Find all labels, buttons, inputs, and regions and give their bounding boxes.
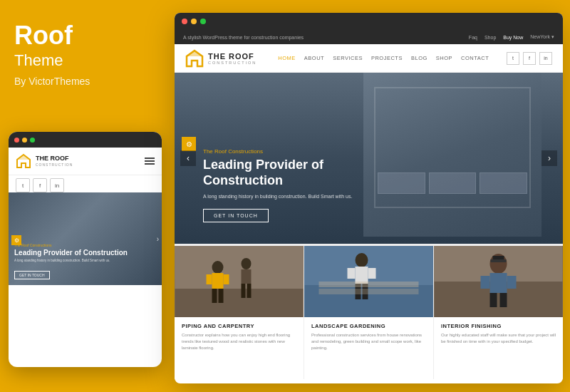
building-box (363, 73, 542, 237)
svg-rect-15 (247, 284, 252, 298)
svg-rect-30 (481, 276, 490, 289)
svg-rect-9 (219, 289, 224, 303)
nav-link-services[interactable]: SERVICES (333, 55, 363, 61)
mobile-top-bar (9, 132, 162, 148)
mobile-facebook-button[interactable]: f (33, 178, 47, 192)
nav-link-home[interactable]: HOME (278, 55, 296, 61)
desktop-dot-green (200, 19, 206, 24)
worker-silhouette-1 (175, 246, 304, 317)
top-link-buynow[interactable]: Buy Now (503, 35, 523, 40)
nav-link-contact[interactable]: CONTACT (461, 55, 489, 61)
hero-prev-arrow[interactable]: ‹ (180, 150, 196, 166)
building-window-2 (429, 172, 477, 194)
desktop-hero: ⚙ The Roof Constructions Leading Provide… (175, 73, 563, 244)
card-landscape-image (304, 246, 433, 317)
svg-point-18 (356, 253, 368, 267)
mobile-logo-sub: CONSTRUCTION (36, 163, 73, 167)
desktop-twitter-button[interactable]: t (507, 52, 519, 65)
svg-point-12 (242, 258, 252, 269)
card-piping-content: PIPING AND CARPENTRY Constructor explain… (175, 317, 304, 357)
desktop-gear-button[interactable]: ⚙ (182, 137, 196, 151)
hero-next-arrow[interactable]: › (542, 150, 557, 166)
svg-rect-24 (319, 282, 419, 287)
svg-marker-1 (17, 155, 30, 160)
desktop-logo-sub: CONSTRUCTION (208, 61, 256, 65)
desktop-mockup: A stylish WordPress theme for constructi… (175, 13, 563, 383)
mobile-twitter-button[interactable]: t (16, 178, 30, 192)
svg-rect-11 (224, 274, 229, 284)
desktop-cards-section: PIPING AND CARPENTRY Constructor explain… (175, 244, 563, 379)
nav-link-blog[interactable]: BLOG (411, 55, 428, 61)
svg-rect-22 (348, 268, 356, 279)
card-interior-image (434, 246, 563, 317)
hamburger-line-1 (145, 158, 155, 159)
building-window-1 (378, 172, 425, 194)
mobile-cta-button[interactable]: GET IN TOUCH (14, 271, 50, 279)
worker-silhouette-3 (434, 246, 563, 317)
mobile-mockup: THE ROOF CONSTRUCTION t f in ‹ ⚙ The Roo… (9, 132, 162, 367)
svg-rect-29 (490, 273, 507, 293)
desktop-logo: THE ROOF CONSTRUCTION (185, 49, 256, 68)
mobile-hero-desc: A long standing history in building cons… (14, 259, 128, 263)
nav-link-projects[interactable]: PROJECTS (371, 55, 403, 61)
card-landscape-content: LANDSCAPE GARDENING Professional constru… (304, 317, 433, 357)
svg-point-6 (212, 261, 224, 274)
desktop-window-bar (175, 13, 563, 30)
card-landscape-title: LANDSCAPE GARDENING (311, 323, 426, 329)
card-piping: PIPING AND CARPENTRY Constructor explain… (175, 246, 304, 379)
desktop-facebook-button[interactable]: f (523, 52, 536, 65)
mobile-gear-button[interactable]: ⚙ (11, 235, 21, 245)
card-interior-desc: Our highly educated staff will make sure… (441, 332, 556, 345)
mobile-next-arrow[interactable]: › (157, 235, 159, 243)
svg-rect-14 (242, 284, 246, 298)
svg-rect-5 (175, 289, 304, 317)
desktop-nav-links: HOME ABOUT SERVICES PROJECTS BLOG SHOP C… (278, 55, 489, 61)
desktop-social-links: t f in (507, 52, 552, 65)
mobile-hero-title: Leading Provider of Construction (14, 249, 128, 257)
svg-rect-13 (242, 269, 252, 284)
desktop-tagline-bar: A stylish WordPress theme for constructi… (175, 30, 563, 44)
hero-desc: A long standing history in building cons… (203, 193, 360, 201)
svg-rect-8 (212, 289, 217, 303)
card-interior-content: INTERIOR FINISHING Our highly educated s… (434, 317, 563, 351)
hero-tag: The Roof Constructions (203, 148, 360, 155)
top-link-shop[interactable]: Shop (484, 35, 496, 40)
desktop-tagline: A stylish WordPress theme for constructi… (183, 35, 304, 40)
hero-title: Leading Provider of Construction (203, 158, 360, 188)
mobile-logo-icon (16, 153, 31, 169)
svg-rect-35 (491, 259, 507, 262)
card-piping-desc: Constructor explains how you can enjoy h… (182, 332, 296, 351)
theme-subtitle: Theme (14, 51, 160, 70)
desktop-linkedin-button[interactable]: in (539, 52, 552, 65)
svg-rect-31 (507, 276, 517, 289)
svg-rect-23 (368, 268, 376, 279)
left-panel: Roof Theme By VictorThemes THE ROOF CONS… (0, 0, 175, 392)
nav-link-shop[interactable]: SHOP (436, 55, 452, 61)
nav-link-about[interactable]: ABOUT (304, 55, 324, 61)
theme-title: Roof (14, 21, 160, 50)
desktop-top-links: Faq Shop Buy Now NewYork ▾ (469, 34, 554, 40)
mobile-hamburger-button[interactable] (145, 158, 155, 165)
svg-rect-34 (493, 256, 504, 259)
top-link-location[interactable]: NewYork ▾ (530, 34, 554, 40)
building-window-3 (480, 172, 527, 194)
building-windows (378, 172, 527, 194)
mobile-hero-tag: The Roof Constructions (14, 243, 128, 247)
mobile-dot-green (30, 138, 35, 143)
desktop-logo-name: THE ROOF (208, 52, 256, 61)
svg-rect-7 (212, 273, 224, 289)
top-link-faq[interactable]: Faq (469, 35, 477, 40)
card-interior: INTERIOR FINISHING Our highly educated s… (434, 246, 563, 379)
card-landscape: LANDSCAPE GARDENING Professional constru… (304, 246, 434, 379)
desktop-dot-yellow (191, 19, 197, 24)
desktop-hero-content: The Roof Constructions Leading Provider … (203, 148, 360, 222)
hero-cta-button[interactable]: GET IN TOUCH (203, 209, 269, 222)
mobile-linkedin-button[interactable]: in (50, 178, 64, 192)
mobile-nav: THE ROOF CONSTRUCTION (9, 148, 162, 175)
svg-rect-25 (319, 289, 419, 294)
hamburger-line-2 (145, 160, 155, 162)
mobile-hero-content: The Roof Constructions Leading Provider … (14, 243, 128, 279)
desktop-logo-icon (185, 49, 204, 68)
svg-rect-33 (500, 293, 507, 307)
desktop-dot-red (182, 19, 187, 24)
